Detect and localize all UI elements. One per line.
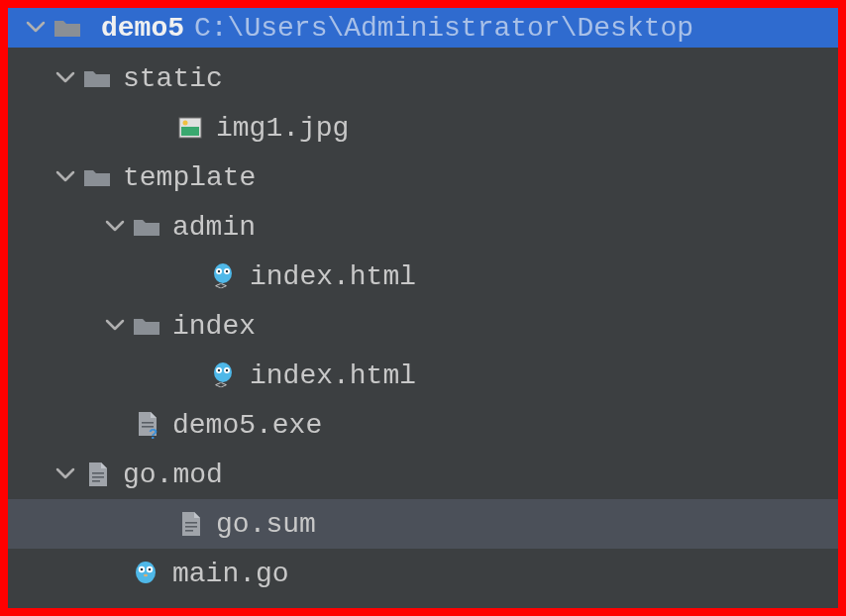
tree-item-label: static: [123, 63, 223, 94]
tree-file-admin-index[interactable]: index.html: [8, 252, 838, 301]
folder-icon: [129, 211, 164, 243]
tree-folder-index[interactable]: index: [8, 301, 838, 351]
gopher-html-icon: [206, 359, 242, 391]
tree-file-go-mod[interactable]: go.mod: [8, 450, 838, 499]
tree-folder-template[interactable]: template: [8, 153, 838, 202]
doc-file-icon: [172, 508, 208, 540]
chevron-down-icon[interactable]: [101, 215, 129, 239]
tree-item-label: go.sum: [216, 509, 316, 540]
ide-project-panel: demo5 C:\Users\Administrator\Desktop sta…: [0, 0, 846, 616]
tree-file-img1[interactable]: img1.jpg: [8, 103, 838, 153]
tree-item-label: index: [172, 311, 256, 342]
chevron-down-icon[interactable]: [52, 66, 79, 90]
gopher-html-icon: [206, 260, 242, 292]
tree-item-label: img1.jpg: [216, 113, 349, 144]
tree-file-main-go[interactable]: main.go: [8, 549, 838, 598]
doc-file-icon: [79, 459, 115, 490]
tree-item-label: demo5.exe: [172, 410, 322, 441]
tree-item-label: index.html: [250, 261, 416, 292]
gopher-icon: [129, 558, 164, 589]
tree-folder-admin[interactable]: admin: [8, 202, 838, 252]
folder-icon: [129, 310, 164, 342]
tree-item-label: template: [123, 162, 256, 193]
project-name: demo5: [101, 13, 184, 44]
folder-icon: [79, 161, 115, 193]
chevron-down-icon[interactable]: [52, 165, 79, 189]
tree-item-label: admin: [172, 212, 256, 243]
project-root-row[interactable]: demo5 C:\Users\Administrator\Desktop: [8, 8, 838, 48]
tree-item-label: main.go: [172, 559, 289, 589]
chevron-down-icon[interactable]: [52, 462, 79, 486]
tree-file-go-sum[interactable]: go.sum: [8, 499, 838, 549]
tree-file-demo5-exe[interactable]: demo5.exe: [8, 400, 838, 450]
tree-file-index-index[interactable]: index.html: [8, 351, 838, 400]
chevron-down-icon[interactable]: [22, 16, 50, 40]
image-file-icon: [172, 112, 208, 144]
tree-folder-static[interactable]: static: [8, 53, 838, 103]
chevron-down-icon[interactable]: [101, 314, 129, 338]
unknown-file-icon: [129, 409, 164, 441]
tree-item-label: index.html: [250, 360, 416, 391]
file-tree: static img1.jpg template admin inde: [8, 48, 838, 598]
folder-icon: [50, 12, 85, 44]
tree-item-label: go.mod: [123, 460, 223, 490]
project-path: C:\Users\Administrator\Desktop: [194, 13, 693, 44]
folder-icon: [79, 62, 115, 94]
